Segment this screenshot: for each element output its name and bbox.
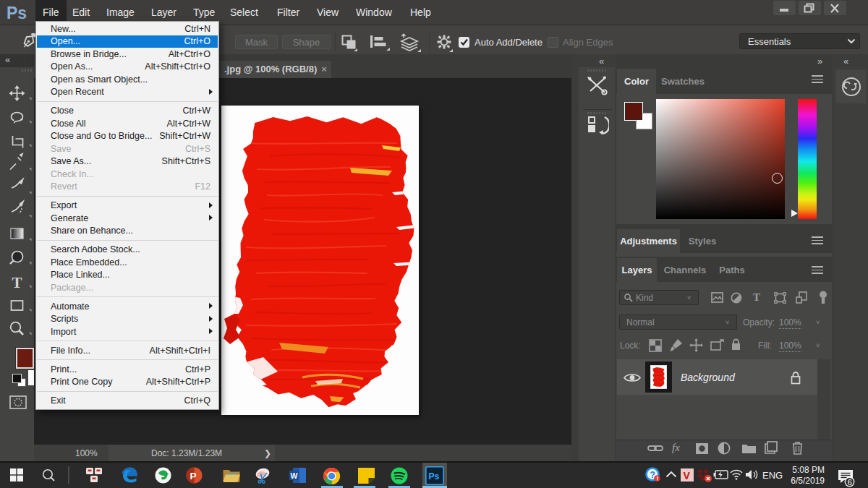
svg-text:T: T <box>12 274 22 291</box>
svg-text:Ps: Ps <box>429 471 440 481</box>
svg-text:W: W <box>291 471 298 480</box>
svg-text:6: 6 <box>848 478 852 487</box>
svg-text:V: V <box>684 470 691 481</box>
svg-text:P: P <box>190 471 197 481</box>
